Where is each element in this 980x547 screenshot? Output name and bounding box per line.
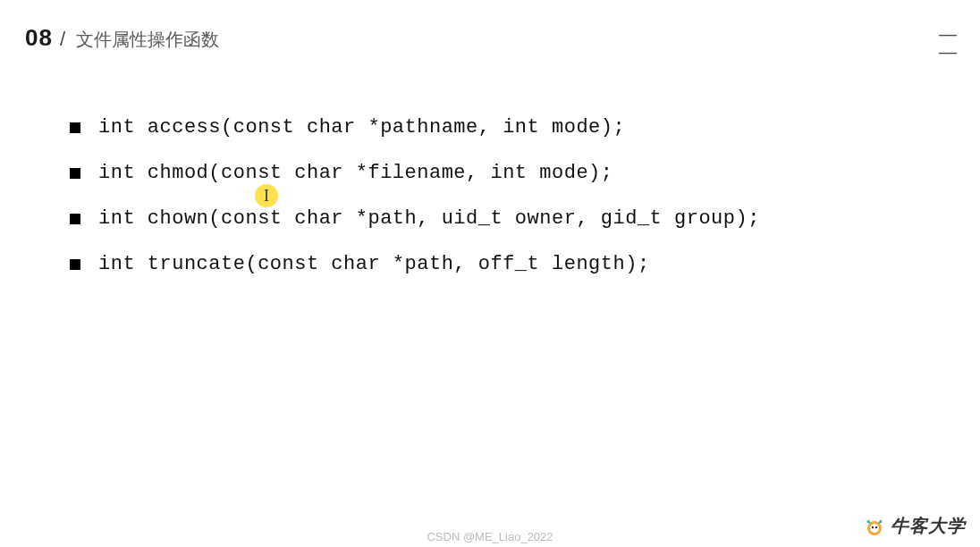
svg-point-1	[870, 524, 879, 533]
list-item: int chmod(const char *filename, int mode…	[70, 162, 980, 184]
square-bullet-icon	[70, 122, 80, 133]
slide-header: 08 / 文件属性操作函数 ——	[0, 0, 980, 55]
code-line: int access(const char *pathname, int mod…	[98, 116, 625, 139]
list-item: int access(const char *pathname, int mod…	[70, 116, 980, 139]
slide-content: int access(const char *pathname, int mod…	[0, 55, 980, 275]
list-item: int truncate(const char *path, off_t len…	[70, 253, 980, 275]
section-slash: /	[60, 28, 65, 51]
watermark-text: CSDN @ME_Liao_2022	[427, 530, 553, 543]
section-number: 08	[25, 24, 53, 52]
code-line: int chmod(const char *filename, int mode…	[98, 162, 613, 184]
brand-name: 牛客大学	[891, 514, 966, 538]
list-item: int chown(const char *path, uid_t owner,…	[70, 207, 980, 230]
svg-point-2	[872, 526, 874, 527]
header-left: 08 / 文件属性操作函数	[25, 24, 219, 52]
code-line: int truncate(const char *path, off_t len…	[98, 253, 650, 275]
square-bullet-icon	[70, 259, 80, 270]
section-title: 文件属性操作函数	[76, 28, 219, 52]
code-line: int chown(const char *path, uid_t owner,…	[98, 207, 760, 230]
brand-cow-icon	[864, 516, 885, 537]
square-bullet-icon	[70, 168, 80, 179]
square-bullet-icon	[70, 214, 80, 224]
svg-point-3	[875, 526, 877, 527]
brand-logo: 牛客大学	[864, 514, 966, 538]
